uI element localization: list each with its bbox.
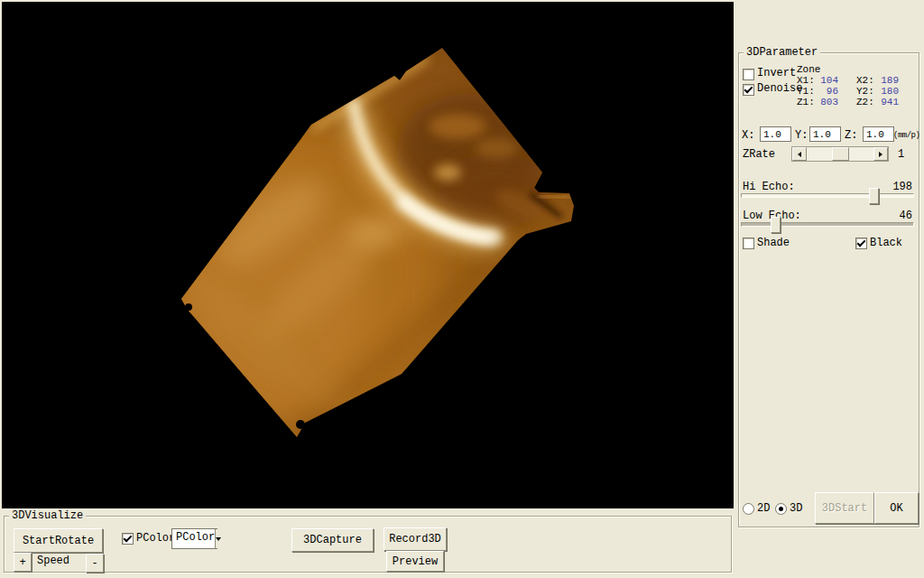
denoise-label: Denoise <box>757 82 802 95</box>
z-scale-label: Z: <box>845 129 857 142</box>
parameter-group-title: 3DParameter <box>744 46 820 59</box>
scroll-right-icon <box>879 152 882 157</box>
zrate-scrollbar[interactable] <box>791 146 889 162</box>
start-rotate-button[interactable]: StartRotate <box>14 528 103 553</box>
hi-echo-slider-track[interactable] <box>741 193 914 198</box>
speed-plus-button[interactable]: + <box>14 553 32 572</box>
shade-label: Shade <box>757 237 790 249</box>
start-3d-button[interactable]: 3DStart <box>815 492 874 524</box>
hi-echo-label: Hi Echo: <box>743 181 795 193</box>
pcolor-dropdown[interactable]: PColor <box>171 528 217 549</box>
shade-checkbox[interactable] <box>743 238 754 249</box>
mode-2d-label: 2D <box>757 502 770 515</box>
scroll-left-icon <box>798 152 801 157</box>
preview-button[interactable]: Preview <box>386 551 444 572</box>
mode-2d-radio[interactable] <box>743 503 754 515</box>
visualize-groupbox: 3DVisualize StartRotate PColor PColor + … <box>4 516 732 573</box>
x-scale-input[interactable] <box>760 126 791 142</box>
ultrasound-3d-app: 3DParameter Invert Denoise Zone X1: 104 … <box>0 0 924 578</box>
invert-label: Invert <box>757 67 796 79</box>
speed-minus-button[interactable]: - <box>86 554 104 573</box>
zone-z1-value: 803 <box>808 96 838 108</box>
low-echo-slider-thumb[interactable] <box>771 217 781 233</box>
record-3d-button[interactable]: Record3D <box>383 527 447 551</box>
y-scale-input[interactable] <box>809 126 841 142</box>
capture-3d-button[interactable]: 3DCapture <box>291 528 374 552</box>
low-echo-slider-track[interactable] <box>741 222 914 227</box>
zone-z2-value: 941 <box>868 96 899 108</box>
invert-checkbox[interactable] <box>743 69 754 80</box>
zrate-label: ZRate <box>743 148 775 161</box>
ok-button[interactable]: OK <box>874 492 919 524</box>
visualize-group-title: 3DVisualize <box>9 509 86 522</box>
z-scale-input[interactable] <box>863 126 894 142</box>
hi-echo-slider-thumb[interactable] <box>869 188 879 204</box>
pcolor-dropdown-button[interactable] <box>215 529 221 548</box>
ultrasound-volume-render <box>2 2 734 508</box>
pcolor-dropdown-value: PColor <box>172 529 215 548</box>
render-viewport[interactable] <box>2 2 734 508</box>
speed-label: Speed <box>37 555 69 567</box>
low-echo-value: 46 <box>874 210 912 222</box>
scale-unit-label: (mm/p) <box>893 129 919 142</box>
zrate-scroll-thumb[interactable] <box>832 147 849 161</box>
zrate-value: 1 <box>898 148 904 161</box>
zrate-scroll-right-button[interactable] <box>873 147 888 161</box>
parameter-groupbox: 3DParameter Invert Denoise Zone X1: 104 … <box>738 52 919 527</box>
hi-echo-value: 198 <box>874 181 912 193</box>
pcolor-checkbox[interactable] <box>122 533 134 545</box>
black-checkbox[interactable] <box>855 238 867 249</box>
black-label: Black <box>870 237 902 249</box>
mode-3d-label: 3D <box>790 502 802 515</box>
denoise-checkbox[interactable] <box>743 84 754 96</box>
zrate-scroll-left-button[interactable] <box>792 147 807 161</box>
chevron-down-icon <box>216 537 221 541</box>
y-scale-label: Y: <box>795 129 808 142</box>
pcolor-label: PColor <box>136 532 175 545</box>
mode-3d-radio[interactable] <box>775 503 787 515</box>
x-scale-label: X: <box>742 129 754 142</box>
